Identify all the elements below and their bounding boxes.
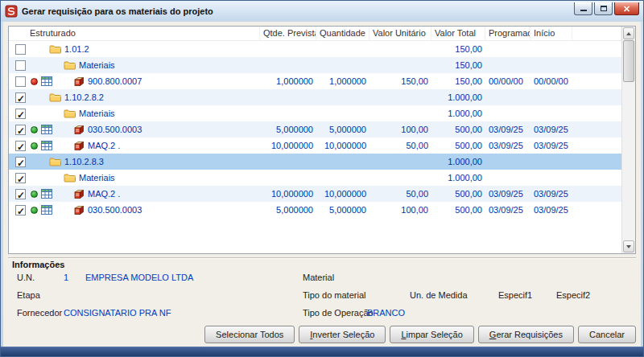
- cancelar-button[interactable]: Cancelar: [578, 326, 636, 343]
- vertical-scrollbar[interactable]: [621, 27, 635, 253]
- cell-filler: [572, 186, 621, 202]
- row-checkbox[interactable]: [15, 189, 26, 199]
- row-checkbox[interactable]: [15, 157, 26, 167]
- scrollbar-thumb[interactable]: [623, 40, 634, 82]
- arrow-down-icon: [626, 245, 631, 248]
- arrow-up-icon: [626, 32, 631, 35]
- cell-valor_unitario: [369, 57, 431, 73]
- row-label: 1.10.2.8.3: [64, 154, 104, 170]
- column-header-programada[interactable]: Programada: [485, 27, 530, 40]
- status-dot-green: [31, 207, 38, 214]
- fornecedor-label: Fornecedor: [17, 308, 62, 318]
- cell-programada: 03/09/25: [485, 121, 530, 137]
- fornecedor-value: CONSIGNATARIO PRA NF: [64, 308, 171, 318]
- un-name-value: EMPRESA MODELO LTDA: [85, 273, 193, 282]
- row-checkbox[interactable]: [15, 205, 26, 215]
- window-bottom-edge: [1, 347, 643, 356]
- tipo-operacao-value: BRANCO: [367, 308, 405, 318]
- cell-filler: [572, 73, 621, 89]
- cell-quantidade: [316, 105, 369, 121]
- material-icon: [73, 205, 85, 215]
- row-checkbox[interactable]: [15, 76, 26, 87]
- cell-filler: [572, 57, 621, 73]
- row-label: 1.01.2: [64, 41, 89, 57]
- maximize-button[interactable]: [594, 2, 613, 15]
- cell-qtde_prevista: [260, 89, 316, 105]
- cell-estruturado: 1.10.2.8.3: [9, 154, 260, 170]
- schedule-grid-icon: [41, 205, 52, 215]
- column-header-estruturado[interactable]: Estruturado: [9, 27, 260, 40]
- table-row[interactable]: 900.800.00071,0000001,000000150,00150,00…: [9, 73, 621, 89]
- cell-valor_total: 150,00: [431, 41, 485, 57]
- row-checkbox[interactable]: [15, 173, 26, 183]
- row-checkbox[interactable]: [15, 92, 26, 103]
- cell-quantidade: 1,000000: [316, 73, 369, 89]
- cell-qtde_prevista: [260, 170, 316, 186]
- row-checkbox[interactable]: [15, 44, 26, 55]
- cell-filler: [572, 105, 621, 121]
- row-label: Materiais: [79, 170, 115, 186]
- row-label: Materiais: [79, 105, 115, 121]
- row-checkbox[interactable]: [15, 109, 26, 119]
- cell-programada: [485, 41, 530, 57]
- cell-valor_total: 1.000,00: [431, 154, 485, 170]
- cell-inicio: 03/09/25: [530, 186, 572, 202]
- cell-estruturado: Materiais: [9, 105, 260, 121]
- cell-valor_total: 500,00: [431, 202, 485, 218]
- cell-inicio: 03/09/25: [530, 121, 572, 137]
- column-header-filler: [572, 27, 621, 40]
- schedule-grid-icon: [41, 189, 52, 199]
- table-row[interactable]: 030.500.00035,0000005,000000100,00500,00…: [9, 121, 621, 137]
- column-header-quantidade[interactable]: Quantidade: [316, 27, 369, 40]
- cell-qtde_prevista: [260, 57, 316, 73]
- row-checkbox[interactable]: [15, 60, 26, 71]
- folder-icon: [64, 60, 76, 70]
- info-section: Informações U.N. 1 EMPRESA MODELO LTDA M…: [3, 257, 641, 323]
- row-label: Materiais: [79, 57, 115, 73]
- material-icon: [73, 76, 85, 87]
- column-header-valor_total[interactable]: Valor Total: [431, 27, 485, 40]
- cell-qtde_prevista: 5,000000: [260, 202, 316, 218]
- scroll-down-button[interactable]: [623, 240, 634, 252]
- table-row[interactable]: MAQ.2 .10,00000010,00000050,00500,0003/0…: [9, 186, 621, 202]
- column-header-qtde_prevista[interactable]: Qtde. Prevista: [260, 27, 316, 40]
- limpar-selecao-button[interactable]: Limpar Seleção: [390, 326, 473, 343]
- close-button[interactable]: [614, 2, 639, 15]
- cell-quantidade: 5,000000: [316, 121, 369, 137]
- table-row[interactable]: 1.10.2.8.31.000,00: [9, 154, 621, 170]
- dialog-client-area: EstruturadoQtde. PrevistaQuantidadeValor…: [3, 22, 641, 347]
- table-row[interactable]: Materiais1.000,00: [9, 105, 621, 121]
- cell-qtde_prevista: [260, 41, 316, 57]
- gerar-requisicoes-button[interactable]: Gerar Requisições: [478, 326, 574, 343]
- folder-icon: [49, 44, 61, 54]
- table-row[interactable]: 1.01.2150,00: [9, 41, 621, 57]
- material-icon: [73, 141, 85, 151]
- grid-header-row: EstruturadoQtde. PrevistaQuantidadeValor…: [9, 27, 621, 41]
- cell-filler: [572, 202, 621, 218]
- cell-quantidade: [316, 41, 369, 57]
- selecionar-todos-button[interactable]: Selecionar Todos: [204, 326, 295, 343]
- table-row[interactable]: Materiais1.000,00: [9, 170, 621, 186]
- scroll-up-button[interactable]: [623, 27, 634, 39]
- column-header-valor_unitario[interactable]: Valor Unitário: [369, 27, 431, 40]
- table-row[interactable]: Materiais150,00: [9, 57, 621, 73]
- grid-body: 1.01.2150,00Materiais150,00900.800.00071…: [9, 41, 621, 253]
- etapa-label: Etapa: [17, 290, 40, 300]
- cell-estruturado: 1.01.2: [9, 41, 260, 57]
- column-header-inicio[interactable]: Início: [530, 27, 572, 40]
- inverter-selecao-button[interactable]: Inverter Seleção: [299, 326, 386, 343]
- material-icon: [73, 125, 85, 135]
- table-row[interactable]: 030.500.00035,0000005,000000100,00500,00…: [9, 202, 621, 218]
- table-row[interactable]: 1.10.2.8.21.000,00: [9, 89, 621, 105]
- cell-estruturado: Materiais: [9, 57, 260, 73]
- cell-qtde_prevista: 1,000000: [260, 73, 316, 89]
- cell-valor_total: 150,00: [431, 57, 485, 73]
- cell-filler: [572, 137, 621, 154]
- minimize-button[interactable]: [574, 2, 592, 15]
- cell-quantidade: 5,000000: [316, 202, 369, 218]
- especif2-label: Especif2: [556, 290, 590, 300]
- table-row[interactable]: MAQ.2 .10,00000010,00000050,00500,0003/0…: [9, 137, 621, 154]
- cell-qtde_prevista: 5,000000: [260, 121, 316, 137]
- row-checkbox[interactable]: [15, 125, 26, 135]
- row-checkbox[interactable]: [15, 141, 26, 151]
